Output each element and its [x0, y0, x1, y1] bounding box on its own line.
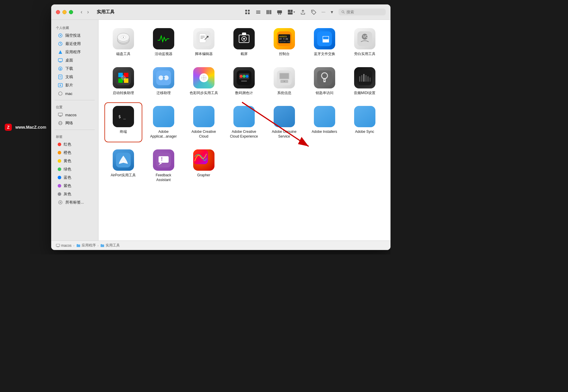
sidebar-tag-orange[interactable]: 橙色 [53, 149, 96, 157]
tag-button[interactable] [309, 8, 318, 16]
view-icon-grid[interactable] [243, 8, 252, 16]
file-item-script[interactable]: 脚本编辑器 [186, 26, 222, 59]
svg-rect-96 [363, 74, 364, 82]
sidebar-label-desktop: 桌面 [65, 58, 73, 63]
view-icon-gallery[interactable] [275, 8, 284, 16]
svg-point-20 [60, 35, 61, 36]
breadcrumb-item-applications[interactable]: 应用程序 [76, 243, 96, 248]
sidebar-divider-2 [55, 130, 95, 130]
mac-icon [58, 91, 63, 96]
close-button[interactable] [56, 10, 60, 14]
all-tags-icon [58, 200, 63, 205]
forward-button[interactable]: › [85, 8, 91, 16]
file-item-voiceover[interactable]: VO 旁白实用工具 [347, 26, 383, 59]
sidebar-tag-green[interactable]: 绿色 [53, 165, 96, 173]
sidebar-item-macos[interactable]: macos [53, 111, 96, 119]
file-item-activity[interactable]: 活动监视器 [146, 26, 181, 59]
sidebar-tag-blue[interactable]: 蓝色 [53, 173, 96, 182]
sidebar-tag-gray[interactable]: 灰色 [53, 190, 96, 198]
file-label-migration: 迁移助理 [156, 91, 171, 96]
file-item-adobe-genuine[interactable]: Adobe Genuine Service [267, 104, 302, 141]
maximize-button[interactable] [69, 10, 73, 14]
svg-text:⬓: ⬓ [322, 34, 330, 43]
sidebar-item-airdrop[interactable]: 隔空投送 [53, 31, 96, 40]
back-button[interactable]: ‹ [79, 8, 84, 16]
file-item-adobe-installers[interactable]: Adobe Installers [307, 104, 342, 141]
file-item-adobe-sync[interactable]: Adobe Sync [347, 104, 383, 141]
file-item-colorsync[interactable]: 色彩同步实用工具 [186, 65, 222, 98]
sidebar-tag-red[interactable]: 红色 [53, 140, 96, 149]
breadcrumb-macos: macos [61, 243, 72, 248]
svg-point-72 [159, 75, 163, 80]
search-input[interactable] [346, 10, 383, 14]
svg-point-42 [123, 37, 124, 38]
finder-window: ‹ › 实用工具 ▾ [51, 4, 390, 250]
sidebar-item-desktop[interactable]: 桌面 [53, 56, 96, 64]
screenshot-icon [233, 28, 255, 49]
tag-label-orange: 橙色 [64, 150, 71, 155]
svg-text:AY 7:36: AY 7:36 [279, 38, 288, 40]
svg-rect-8 [268, 10, 270, 14]
file-item-grapher[interactable]: Grapher [186, 147, 222, 185]
file-item-adobe-cc[interactable]: Adobe Creative Cloud [186, 104, 222, 141]
file-item-digital-color[interactable]: 数码测色计 [226, 65, 262, 98]
expand-button[interactable]: ▾ [329, 8, 335, 16]
sidebar-section-location: 位置 [51, 103, 98, 111]
svg-rect-98 [367, 76, 369, 82]
svg-rect-99 [369, 78, 371, 82]
file-item-bootcamp[interactable]: 启动转换助理 [106, 65, 141, 98]
share-button[interactable] [298, 8, 307, 16]
movies-icon [58, 83, 63, 88]
file-item-audiomidi[interactable]: 音频MIDI设置 [347, 65, 383, 98]
toolbar-icons: ▾ ··· ▾ [243, 8, 335, 16]
sidebar-item-network[interactable]: 网络 [53, 119, 96, 127]
file-item-keychain[interactable]: 钥匙串访问 [307, 65, 342, 98]
breadcrumb-item-macos[interactable]: macos [56, 243, 72, 248]
file-label-terminal: 终端 [120, 130, 127, 134]
breadcrumb-item-utilities[interactable]: 实用工具 [100, 243, 120, 248]
sidebar-tag-purple[interactable]: 紫色 [53, 182, 96, 190]
file-item-adobe-manager[interactable]: Adobe Applicat...anager [146, 104, 181, 141]
file-item-sysinfo[interactable]: 系统信息 [267, 65, 302, 98]
more-options-button[interactable]: ··· [320, 8, 327, 16]
svg-rect-9 [270, 10, 271, 14]
view-icon-column[interactable] [264, 8, 273, 16]
file-item-console[interactable]: WARNIN AY 7:36 system.log 控制台 [267, 26, 302, 59]
minimize-button[interactable] [62, 10, 67, 14]
sidebar-all-tags[interactable]: 所有标签... [53, 198, 96, 207]
traffic-lights [56, 10, 73, 14]
view-more-button[interactable]: ▾ [286, 8, 297, 16]
sidebar-item-mac[interactable]: mac [53, 89, 96, 98]
search-bar [338, 9, 386, 15]
sidebar-item-recents[interactable]: 最近使用 [53, 40, 96, 48]
file-item-feedback[interactable]: ! Feedback Assistant [146, 147, 181, 185]
view-icon-list[interactable] [254, 8, 263, 16]
airdrop-icon [58, 33, 63, 38]
statusbar: macos › 应用程序 › 实用工具 [51, 241, 390, 250]
file-item-airport[interactable]: AirPort实用工具 [106, 147, 141, 185]
folder-small-icon [76, 243, 80, 248]
sidebar-tag-yellow[interactable]: 黄色 [53, 157, 96, 165]
sidebar-item-downloads[interactable]: 下载 [53, 64, 96, 73]
file-label-keychain: 钥匙串访问 [316, 91, 333, 96]
svg-rect-7 [267, 10, 268, 14]
svg-rect-15 [288, 12, 293, 14]
file-item-bluetooth[interactable]: ⬓ 蓝牙文件交换 [307, 26, 342, 59]
svg-rect-0 [245, 10, 247, 12]
file-item-screenshot[interactable]: 截屏 [226, 26, 262, 59]
sidebar-label-mac: mac [65, 91, 73, 96]
file-label-adobe-genuine: Adobe Genuine Service [270, 130, 299, 139]
sidebar-item-documents[interactable]: 文稿 [53, 73, 96, 81]
sidebar-item-movies[interactable]: 影片 [53, 81, 96, 89]
file-label-bootcamp: 启动转换助理 [113, 91, 134, 96]
file-item-disk-util[interactable]: 磁盘工具 [106, 26, 141, 59]
sidebar-item-applications[interactable]: 应用程序 [53, 48, 96, 56]
terminal-icon: $ _ [113, 106, 134, 127]
svg-text:WARNIN: WARNIN [279, 36, 287, 38]
console-icon: WARNIN AY 7:36 system.log [274, 28, 295, 49]
file-item-adobe-ccex[interactable]: Adobe Creative Cloud Experience [226, 104, 262, 141]
file-item-terminal[interactable]: $ _ 终端 [106, 104, 141, 141]
file-item-migration[interactable]: 迁移助理 [146, 65, 181, 98]
watermark-url: www.MacZ.com [15, 125, 46, 130]
tag-label-blue: 蓝色 [64, 175, 71, 180]
